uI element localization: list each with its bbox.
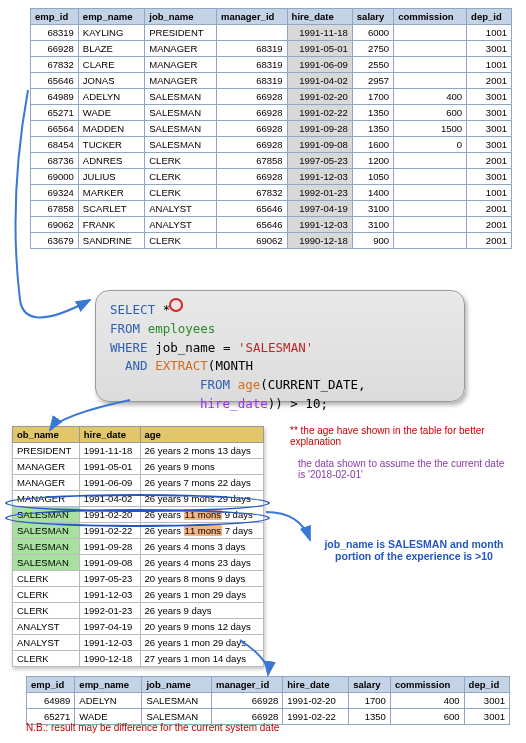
col-job_name: job_name — [145, 9, 217, 25]
cell: SCARLET — [78, 201, 144, 217]
cell: MANAGER — [145, 41, 217, 57]
cell: 1991-12-03 — [79, 635, 140, 651]
col-emp_id: emp_id — [27, 677, 75, 693]
cell: 20 years 9 mons 12 days — [140, 619, 263, 635]
table-row: 69000JULIUSCLERK669281991-12-0310503001 — [31, 169, 512, 185]
sql-from: FROM — [110, 321, 140, 336]
cell: CLERK — [13, 651, 80, 667]
table-row: MANAGER1991-05-0126 years 9 mons — [13, 459, 264, 475]
cell: 1991-02-22 — [287, 105, 352, 121]
cell: 26 years 2 mons 13 days — [140, 443, 263, 459]
table-row: MANAGER1991-06-0926 years 7 mons 22 days — [13, 475, 264, 491]
cell: 68319 — [217, 41, 288, 57]
cell: 65271 — [31, 105, 79, 121]
cell: 1050 — [352, 169, 393, 185]
col-manager_id: manager_id — [217, 9, 288, 25]
cell: 1991-09-08 — [79, 555, 140, 571]
table-row: 66564MADDENSALESMAN669281991-09-28135015… — [31, 121, 512, 137]
cell: 65646 — [217, 201, 288, 217]
note-current-date: the data shown to assume the the current… — [298, 458, 508, 480]
cell: 69000 — [31, 169, 79, 185]
cell — [394, 201, 467, 217]
note-condition: job_name is SALESMAN and month portion o… — [314, 538, 514, 562]
cell: 69062 — [31, 217, 79, 233]
cell: CLERK — [145, 185, 217, 201]
table-row: SALESMAN1991-09-0826 years 4 mons 23 day… — [13, 555, 264, 571]
cell: 1992-01-23 — [79, 603, 140, 619]
cell — [394, 73, 467, 89]
cell: CLERK — [145, 169, 217, 185]
cell: SANDRINE — [78, 233, 144, 249]
cell: JULIUS — [78, 169, 144, 185]
cell: 1991-09-28 — [287, 121, 352, 137]
cell: ANALYST — [13, 635, 80, 651]
sql-jobname: job_name — [155, 340, 215, 355]
cell: PRESIDENT — [145, 25, 217, 41]
cell: 1001 — [467, 25, 512, 41]
table-row: CLERK1997-05-2320 years 8 mons 9 days — [13, 571, 264, 587]
table-row: CLERK1990-12-1827 years 1 mon 14 days — [13, 651, 264, 667]
cell: SALESMAN — [145, 121, 217, 137]
cell: 1991-12-03 — [287, 217, 352, 233]
sql-salesman: 'SALESMAN' — [238, 340, 313, 355]
cell: ADNRES — [78, 153, 144, 169]
cell — [394, 169, 467, 185]
cell: 400 — [394, 89, 467, 105]
cell: 2001 — [467, 153, 512, 169]
sql-eq: = — [215, 340, 238, 355]
cell: PRESIDENT — [13, 443, 80, 459]
cell: 3001 — [467, 169, 512, 185]
table-row: 69324MARKERCLERK678321992-01-2314001001 — [31, 185, 512, 201]
cell: 600 — [394, 105, 467, 121]
table-row: 66928BLAZEMANAGER683191991-05-0127503001 — [31, 41, 512, 57]
cell: 1991-02-20 — [283, 693, 349, 709]
col-commission: commission — [390, 677, 464, 693]
cell: 66928 — [211, 693, 282, 709]
cell: 1991-11-18 — [79, 443, 140, 459]
sql-curdate: (CURRENT_DATE, — [260, 377, 365, 392]
cell: 67858 — [31, 201, 79, 217]
cell: 20 years 8 mons 9 days — [140, 571, 263, 587]
cell: 1991-04-02 — [287, 73, 352, 89]
cell: 1001 — [467, 185, 512, 201]
cell: BLAZE — [78, 41, 144, 57]
cell: 2957 — [352, 73, 393, 89]
cell: 3001 — [467, 105, 512, 121]
col-manager_id: manager_id — [211, 677, 282, 693]
table-row: ANALYST1991-12-0326 years 1 mon 29 days — [13, 635, 264, 651]
cell: 26 years 9 days — [140, 603, 263, 619]
cell — [394, 185, 467, 201]
cell: ADELYN — [78, 89, 144, 105]
cell: CLERK — [13, 571, 80, 587]
cell: SALESMAN — [145, 89, 217, 105]
table-row: 67832CLAREMANAGER683191991-06-0925501001 — [31, 57, 512, 73]
sql-age: age — [238, 377, 261, 392]
cell: 3001 — [467, 137, 512, 153]
sql-and: AND — [125, 358, 148, 373]
cell: 26 years 4 mons 3 days — [140, 539, 263, 555]
col-age: age — [140, 427, 263, 443]
result-table: emp_idemp_namejob_namemanager_idhire_dat… — [26, 676, 510, 725]
cell: 63679 — [31, 233, 79, 249]
cell: 1991-02-20 — [287, 89, 352, 105]
cell: 3001 — [467, 121, 512, 137]
sql-select: SELECT — [110, 302, 155, 317]
cell: ANALYST — [145, 201, 217, 217]
sql-close: )) > 10; — [268, 396, 328, 411]
table-row: CLERK1991-12-0326 years 1 mon 29 days — [13, 587, 264, 603]
cell — [394, 25, 467, 41]
sql-where: WHERE — [110, 340, 148, 355]
sql-extract: EXTRACT — [155, 358, 208, 373]
cell: 2001 — [467, 217, 512, 233]
table-row: 68319KAYLINGPRESIDENT1991-11-1860001001 — [31, 25, 512, 41]
cell: 1350 — [349, 709, 391, 725]
star-highlight-circle — [169, 298, 183, 312]
cell: 3001 — [467, 89, 512, 105]
cell: 900 — [352, 233, 393, 249]
col-hire_date: hire_date — [283, 677, 349, 693]
col-salary: salary — [352, 9, 393, 25]
cell: SALESMAN — [142, 693, 212, 709]
cell: 1991-05-01 — [287, 41, 352, 57]
cell: 1200 — [352, 153, 393, 169]
table-row: 68736ADNRESCLERK678581997-05-2312002001 — [31, 153, 512, 169]
